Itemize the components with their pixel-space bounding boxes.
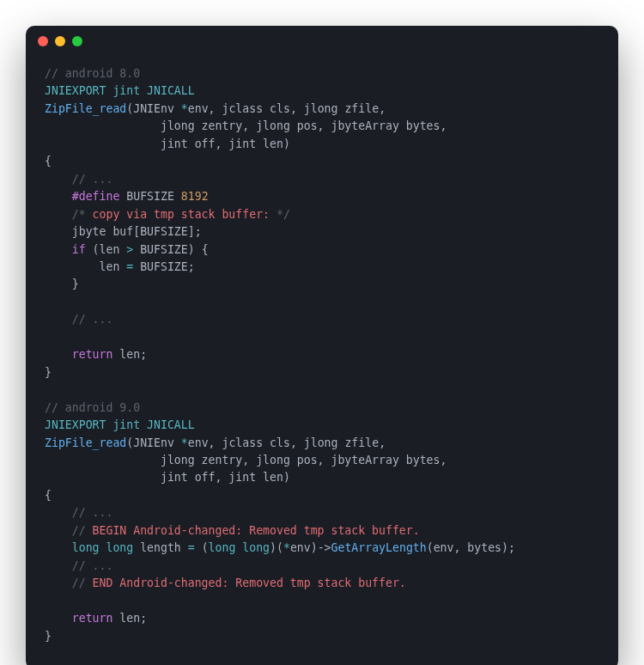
minimize-icon[interactable] (55, 36, 65, 46)
code-text: [BUFSIZE]; (133, 225, 201, 238)
comment: */ (270, 208, 290, 221)
var-name: len (112, 348, 140, 361)
param: jlong zfile (304, 436, 379, 449)
keyword: if (45, 243, 86, 256)
code-line: jlong zentry, jlong pos, jbyteArray byte… (45, 454, 447, 467)
punc: , (379, 436, 386, 449)
func-name: ZipFile_read (45, 102, 126, 115)
comment: // android 9.0 (45, 401, 140, 414)
comment-body: copy via tmp stack buffer: (93, 208, 270, 221)
keyword: return (45, 348, 112, 361)
zoom-icon[interactable] (72, 36, 82, 46)
brace: } (45, 630, 52, 643)
comment: // ... (45, 173, 112, 186)
brace: } (45, 278, 79, 290)
comment: // (45, 524, 93, 537)
code-window: // android 8.0 JNIEXPORT jint JNICALL Zi… (26, 26, 618, 665)
code-text: (JNIEnv (126, 436, 181, 449)
var-name: length (140, 541, 181, 554)
punc: ; (140, 612, 147, 625)
op: * (181, 436, 188, 449)
comment: /* (45, 208, 93, 221)
code-line: JNIEXPORT jint JNICALL (45, 84, 195, 97)
punc: , (290, 436, 304, 449)
comment: // ... (45, 313, 112, 326)
punc: , (209, 102, 222, 115)
code-text: jbyte (45, 225, 112, 238)
op: = (181, 541, 202, 554)
paren: )( (270, 541, 283, 554)
func-name: ZipFile_read (45, 436, 126, 449)
comment: // android 8.0 (45, 67, 140, 80)
macro-name: BUFSIZE (119, 190, 180, 203)
comment-body: END Android-changed: Removed tmp stack b… (93, 577, 406, 589)
op: )-> (311, 541, 331, 554)
code-text: (env, bytes); (427, 541, 515, 554)
comment: // (45, 577, 93, 589)
preproc: #define (45, 190, 119, 203)
code-line: jint off, jint len) (45, 471, 290, 484)
keyword: return (45, 612, 112, 625)
var-name: env (290, 541, 311, 554)
punc: , (290, 102, 304, 115)
param: jclass cls (222, 102, 289, 115)
var-name: len (112, 612, 140, 625)
op: * (283, 541, 290, 554)
punc: , (209, 436, 222, 449)
param: jclass cls (222, 436, 289, 449)
code-text: len (45, 260, 126, 273)
number: 8192 (181, 190, 209, 203)
var-name: buf (112, 225, 133, 238)
param: jlong zfile (304, 102, 379, 115)
param: env (188, 436, 209, 449)
comment-body: BEGIN Android-changed: Removed tmp stack… (93, 524, 420, 537)
code-block: // android 8.0 JNIEXPORT jint JNICALL Zi… (26, 57, 618, 665)
code-text: BUFSIZE; (133, 260, 194, 273)
punc: ; (140, 348, 147, 361)
code-text: (JNIEnv (126, 102, 181, 115)
code-line: JNIEXPORT jint JNICALL (45, 418, 195, 431)
brace: { (45, 155, 52, 168)
paren: ( (202, 541, 209, 554)
type: long long (209, 541, 270, 554)
code-text: BUFSIZE) { (133, 243, 208, 256)
titlebar (26, 26, 618, 57)
brace: } (45, 366, 52, 379)
brace: { (45, 489, 52, 502)
func-call: GetArrayLength (331, 541, 427, 554)
code-line: jint off, jint len) (45, 137, 290, 150)
type: long long (45, 541, 140, 554)
code-line: jlong zentry, jlong pos, jbyteArray byte… (45, 119, 447, 132)
punc: , (379, 102, 386, 115)
comment: // ... (45, 506, 112, 519)
close-icon[interactable] (38, 36, 48, 46)
code-text: (len (86, 243, 127, 256)
op: * (181, 102, 188, 115)
comment: // ... (45, 559, 112, 572)
param: env (188, 102, 209, 115)
